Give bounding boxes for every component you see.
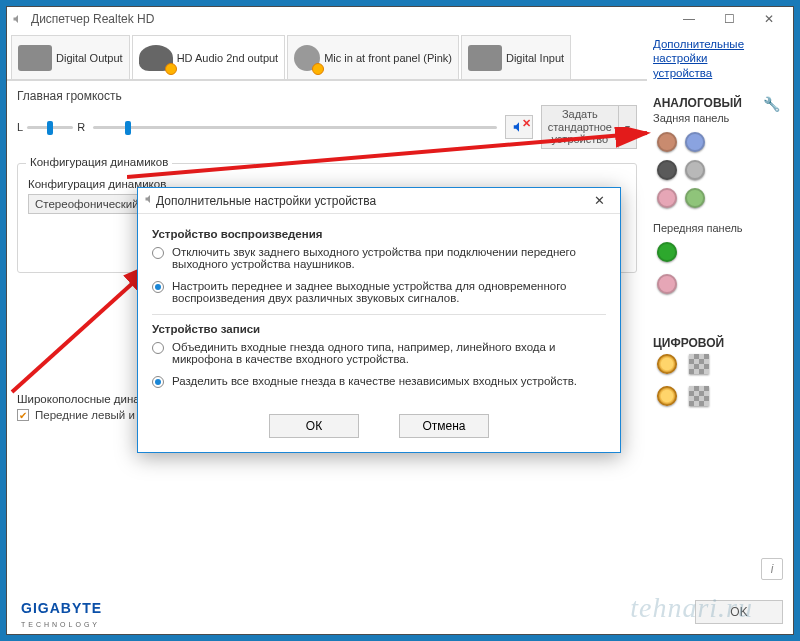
jack-green[interactable] <box>685 188 705 208</box>
speaker-icon <box>144 193 156 208</box>
jack-grey[interactable] <box>685 160 705 180</box>
playback-option-1[interactable]: Отключить звук заднего выходного устройс… <box>152 246 606 270</box>
option-text: Отключить звук заднего выходного устройс… <box>172 246 606 270</box>
tab-digital-input[interactable]: Digital Input <box>461 35 571 79</box>
set-default-button[interactable]: Задать стандартное устройство <box>541 105 619 149</box>
rear-jacks <box>653 128 733 212</box>
window-title: Диспетчер Realtek HD <box>31 12 154 26</box>
playback-section-header: Устройство воспроизведения <box>152 228 606 240</box>
close-button[interactable]: ✕ <box>749 7 789 31</box>
brand-logo: GIGABYTE <box>21 600 102 616</box>
radio-icon <box>152 376 164 388</box>
jack-orange[interactable] <box>657 132 677 152</box>
info-button[interactable]: i <box>761 558 783 580</box>
device-tabs: Digital Output HD Audio 2nd output Mic i… <box>7 31 647 81</box>
jack-front-pink[interactable] <box>657 274 677 294</box>
jack-optical-in[interactable] <box>657 386 677 406</box>
analog-title: АНАЛОГОВЫЙ <box>653 96 781 110</box>
volume-title: Главная громкость <box>17 89 637 103</box>
dialog-title: Дополнительные настройки устройства <box>156 194 376 208</box>
jack-spdif-out[interactable] <box>689 354 709 374</box>
jack-optical-out[interactable] <box>657 354 677 374</box>
radio-icon <box>152 247 164 259</box>
tab-hd-audio-2nd[interactable]: HD Audio 2nd output <box>132 35 286 79</box>
option-text: Разделить все входные гнезда в качестве … <box>172 375 577 387</box>
tab-mic-front[interactable]: Mic in at front panel (Pink) <box>287 35 459 79</box>
tab-digital-output[interactable]: Digital Output <box>11 35 130 79</box>
option-text: Настроить переднее и заднее выходные уст… <box>172 280 606 304</box>
rear-panel-label: Задняя панель <box>653 112 781 124</box>
recording-section-header: Устройство записи <box>152 323 606 335</box>
headphones-icon <box>139 45 173 71</box>
brand-sub: TECHNOLOGY <box>21 621 100 628</box>
advanced-settings-dialog: Дополнительные настройки устройства ✕ Ус… <box>137 187 621 453</box>
tab-label: Digital Input <box>506 52 564 64</box>
speaker-config-select[interactable]: Стереофонический <box>28 194 146 214</box>
jack-black[interactable] <box>657 160 677 180</box>
additional-settings-link[interactable]: Дополнительные настройки устройства <box>653 37 781 80</box>
device-icon <box>18 45 52 71</box>
mute-button[interactable]: ✕ <box>505 115 533 139</box>
volume-slider[interactable] <box>93 126 497 129</box>
dialog-cancel-button[interactable]: Отмена <box>399 414 489 438</box>
balance-control[interactable]: L R <box>17 121 85 133</box>
recording-option-2[interactable]: Разделить все входные гнезда в качестве … <box>152 375 606 388</box>
jack-spdif-in[interactable] <box>689 386 709 406</box>
jack-pink[interactable] <box>657 188 677 208</box>
maximize-button[interactable]: ☐ <box>709 7 749 31</box>
front-panel-label: Передняя панель <box>653 222 781 234</box>
digital-title: ЦИФРОВОЙ <box>653 336 781 350</box>
radio-icon <box>152 342 164 354</box>
dialog-ok-button[interactable]: ОК <box>269 414 359 438</box>
set-default-dropdown[interactable]: ▾ <box>619 105 637 149</box>
device-icon <box>468 45 502 71</box>
checkbox-front[interactable]: ✔ <box>17 409 29 421</box>
dialog-titlebar: Дополнительные настройки устройства ✕ <box>138 188 620 214</box>
mute-x-icon: ✕ <box>522 117 531 130</box>
tab-label: Digital Output <box>56 52 123 64</box>
titlebar: Диспетчер Realtek HD — ☐ ✕ <box>7 7 793 31</box>
balance-right-label: R <box>77 121 85 133</box>
balance-left-label: L <box>17 121 23 133</box>
speaker-icon <box>11 12 25 26</box>
jack-blue[interactable] <box>685 132 705 152</box>
tab-label: HD Audio 2nd output <box>177 52 279 64</box>
dialog-close-button[interactable]: ✕ <box>584 190 614 212</box>
group-title: Конфигурация динамиков <box>26 156 172 168</box>
recording-option-1[interactable]: Объединить входные гнезда одного типа, н… <box>152 341 606 365</box>
front-jacks <box>653 238 781 302</box>
tab-label: Mic in at front panel (Pink) <box>324 52 452 64</box>
wrench-icon[interactable]: 🔧 <box>763 96 779 112</box>
watermark: tehnari.ru <box>630 592 753 624</box>
option-text: Объединить входные гнезда одного типа, н… <box>172 341 606 365</box>
digital-jacks <box>653 350 781 414</box>
playback-option-2[interactable]: Настроить переднее и заднее выходные уст… <box>152 280 606 304</box>
minimize-button[interactable]: — <box>669 7 709 31</box>
app-window: Диспетчер Realtek HD — ☐ ✕ Digital Outpu… <box>6 6 794 635</box>
jack-front-green[interactable] <box>657 242 677 262</box>
mic-icon <box>294 45 320 71</box>
radio-icon <box>152 281 164 293</box>
